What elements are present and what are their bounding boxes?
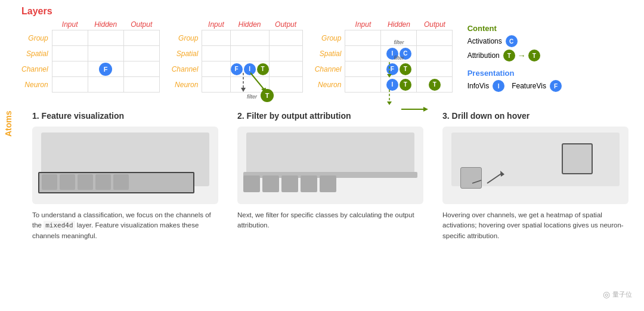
svg-marker-10 xyxy=(387,101,392,105)
cell-c-h-1: F xyxy=(88,61,123,77)
row-neuron-1: Neuron xyxy=(21,77,52,93)
step3-arrow-svg xyxy=(442,127,538,204)
col-input-2: Input xyxy=(202,19,230,30)
featurevis-badge: F xyxy=(550,80,562,92)
cell-s-h-1 xyxy=(88,46,123,61)
svg-line-13 xyxy=(487,173,502,183)
infovis-badge: I xyxy=(493,80,504,92)
grid-table-1: Input Hidden Output Group xyxy=(21,19,160,93)
badge-T-3n: T xyxy=(400,79,411,91)
row-group-1: Group xyxy=(21,30,52,46)
cell-n-h-1 xyxy=(88,77,123,93)
step-2: 2. Filter by output attribution xyxy=(228,111,433,241)
grid-2-wrapper: Input Hidden Output Group xyxy=(172,19,303,93)
step-2-image xyxy=(237,127,423,204)
atoms-label: Atoms xyxy=(0,6,17,241)
step-1-text: To understand a classification, we focus… xyxy=(32,210,218,241)
cell-s-i-2 xyxy=(202,46,230,61)
content-title: Content xyxy=(467,24,544,33)
cell-g-i-3 xyxy=(345,30,381,46)
cell-n-i-1 xyxy=(52,77,88,93)
col-input-3: Input xyxy=(345,19,381,30)
attribution-item: Attribution T → T xyxy=(467,50,544,61)
row-spatial-2: Spatial xyxy=(172,46,202,61)
activations-label: Activations xyxy=(467,37,502,45)
steps-section: 1. Feature visualization xyxy=(17,111,644,241)
watermark-text: 量子位 xyxy=(612,290,632,299)
cell-s-o-2 xyxy=(269,46,302,61)
cell-n-o-1 xyxy=(123,77,159,93)
cell-c-o-3 xyxy=(417,61,453,77)
step-1-image xyxy=(32,127,218,204)
cell-c-h-2: F I T xyxy=(230,61,269,77)
featurevis-label: FeatureVis xyxy=(512,82,546,90)
cell-c-h-3: filter F T xyxy=(381,61,417,77)
grid-table-2: Input Hidden Output Group xyxy=(172,19,303,93)
top-section: Input Hidden Output Group xyxy=(17,19,644,99)
grid-tables-container: Input Hidden Output Group xyxy=(17,19,458,93)
cell-c-i-2 xyxy=(202,61,230,77)
cell-c-i-1 xyxy=(52,61,88,77)
cell-g-o-3 xyxy=(417,30,453,46)
cell-s-o-3 xyxy=(417,46,453,61)
row-channel-3: Channel xyxy=(315,61,345,77)
main-container: Atoms Layers Input Hidden xyxy=(0,0,644,247)
watermark: ◎ 量子位 xyxy=(603,290,632,299)
badge-F-2: F xyxy=(231,63,243,75)
attribution-arrow: T → T xyxy=(503,50,540,61)
cell-c-o-1 xyxy=(123,61,159,77)
badge-T-3o: T xyxy=(429,79,441,91)
activations-item: Activations C xyxy=(467,35,544,47)
step-2-title: 2. Filter by output attribution xyxy=(237,111,423,121)
step-3: 3. Drill down on hover xyxy=(433,111,638,241)
badge-T-3c: T xyxy=(400,63,411,75)
cell-n-o-3: T xyxy=(417,77,453,93)
step-1: 1. Feature visualization xyxy=(23,111,228,241)
cell-n-i-2 xyxy=(202,77,230,93)
cell-n-h-2 xyxy=(230,77,269,93)
row-channel-1: Channel xyxy=(21,61,52,77)
cell-g-o-2 xyxy=(269,30,302,46)
diagrams-section: Layers Input Hidden Output xyxy=(17,6,644,241)
cell-c-o-2 xyxy=(269,61,302,77)
attribution-badge-from: T xyxy=(503,50,515,61)
grid-1-wrapper: Input Hidden Output Group xyxy=(21,19,160,93)
row-spatial-1: Spatial xyxy=(21,46,52,61)
layers-header: Layers xyxy=(21,6,52,17)
step-1-title: 1. Feature visualization xyxy=(32,111,218,121)
badge-T-2: T xyxy=(257,63,269,75)
col-input-1: Input xyxy=(52,19,88,30)
infovis-label: InfoVis xyxy=(467,82,489,90)
layers-title-row: Layers xyxy=(21,6,644,19)
featurevis-item: FeatureVis F xyxy=(512,80,562,92)
col-output-2: Output xyxy=(269,19,302,30)
cell-n-h-3: I T xyxy=(381,77,417,93)
cell-g-i-1 xyxy=(52,30,88,46)
row-group-2: Group xyxy=(172,30,202,46)
cell-g-o-1 xyxy=(123,30,159,46)
badge-F-1: F xyxy=(99,63,112,76)
col-hidden-2: Hidden xyxy=(230,19,269,30)
cell-s-h-2 xyxy=(230,46,269,61)
step-3-image xyxy=(442,127,628,204)
presentation-row: InfoVis I FeatureVis F xyxy=(467,80,544,94)
badge-I-3n: I xyxy=(386,79,398,91)
svg-text:filter: filter xyxy=(247,94,258,100)
row-spatial-3: Spatial xyxy=(315,46,345,61)
row-neuron-3: Neuron xyxy=(315,77,345,93)
cell-n-o-2 xyxy=(269,77,302,93)
badge-I-2: I xyxy=(244,63,256,75)
infovis-item: InfoVis I xyxy=(467,80,504,92)
col-output-3: Output xyxy=(417,19,453,30)
cell-g-h-2 xyxy=(230,30,269,46)
col-hidden-3: Hidden xyxy=(381,19,417,30)
arrow-icon: → xyxy=(518,51,526,60)
cell-s-o-1 xyxy=(123,46,159,61)
step-3-text: Hovering over channels, we get a heatmap… xyxy=(442,210,628,241)
row-neuron-2: Neuron xyxy=(172,77,202,93)
legend-section: Content Activations C Attribution T → T xyxy=(458,19,553,99)
cell-n-i-3 xyxy=(345,77,381,93)
step-3-title: 3. Drill down on hover xyxy=(442,111,628,121)
step-2-text: Next, we filter for specific classes by … xyxy=(237,210,423,231)
badge-F-3c: F xyxy=(386,63,398,75)
